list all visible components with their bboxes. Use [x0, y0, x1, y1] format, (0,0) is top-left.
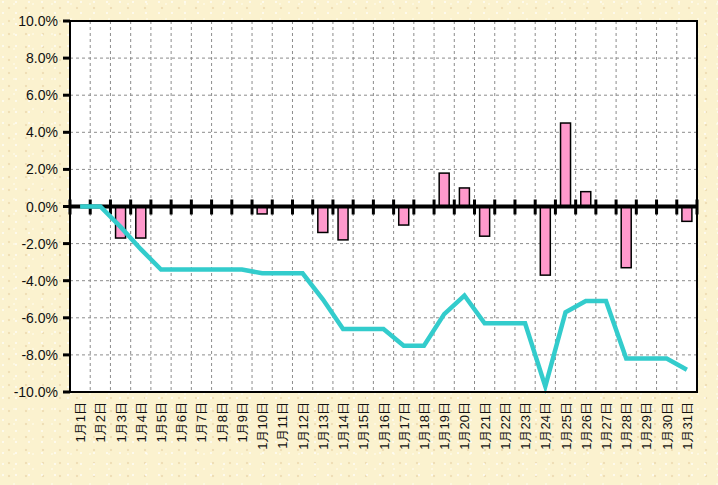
- x-axis-label: 1月16日: [377, 402, 392, 450]
- x-axis-label: 1月17日: [397, 402, 412, 450]
- x-axis-label: 1月21日: [478, 402, 493, 450]
- x-axis-label: 1月29日: [639, 402, 654, 450]
- bar: [136, 207, 146, 239]
- y-axis-label: -8.0%: [0, 347, 58, 363]
- x-axis-label: 1月3日: [114, 402, 129, 442]
- x-axis-label: 1月18日: [417, 402, 432, 450]
- bar: [480, 207, 490, 237]
- y-axis-label: 8.0%: [0, 50, 58, 66]
- bar: [338, 207, 348, 240]
- bar: [439, 173, 449, 206]
- x-axis-label: 1月1日: [73, 402, 88, 442]
- x-axis-label: 1月11日: [275, 402, 290, 449]
- bar: [621, 207, 631, 268]
- bar: [561, 123, 571, 206]
- y-axis-label: -2.0%: [0, 236, 58, 252]
- bar: [540, 207, 550, 276]
- y-axis-label: 6.0%: [0, 87, 58, 103]
- bar: [682, 207, 692, 222]
- x-axis-label: 1月9日: [235, 402, 250, 442]
- bar: [318, 207, 328, 233]
- x-axis-label: 1月25日: [559, 402, 574, 450]
- x-axis-label: 1月19日: [437, 402, 452, 450]
- x-axis-label: 1月26日: [579, 402, 594, 450]
- x-axis-label: 1月8日: [215, 402, 230, 442]
- x-axis-label: 1月6日: [174, 402, 189, 442]
- y-axis-label: -4.0%: [0, 273, 58, 289]
- y-axis-label: -6.0%: [0, 310, 58, 326]
- x-axis-label: 1月2日: [93, 402, 108, 442]
- x-axis-label: 1月22日: [498, 402, 513, 450]
- x-axis-label: 1月20日: [457, 402, 472, 450]
- y-axis-label: 4.0%: [0, 124, 58, 140]
- x-axis-label: 1月13日: [316, 402, 331, 450]
- x-axis-label: 1月23日: [518, 402, 533, 450]
- bar: [459, 188, 469, 207]
- y-axis-label: 0.0%: [0, 199, 58, 215]
- x-axis-label: 1月14日: [336, 402, 351, 450]
- x-axis-label: 1月30日: [660, 402, 675, 450]
- x-axis-label: 1月12日: [296, 402, 311, 450]
- y-axis-label: 2.0%: [0, 161, 58, 177]
- x-axis-label: 1月24日: [538, 402, 553, 450]
- x-axis-label: 1月4日: [134, 402, 149, 442]
- x-axis-label: 1月7日: [194, 402, 209, 442]
- x-axis-label: 1月27日: [599, 402, 614, 450]
- y-axis-label: 10.0%: [0, 13, 58, 29]
- y-axis-label: -10.0%: [0, 384, 58, 400]
- x-axis-label: 1月10日: [255, 402, 270, 450]
- x-axis-label: 1月28日: [619, 402, 634, 450]
- x-axis-label: 1月15日: [356, 402, 371, 450]
- bar: [581, 192, 591, 207]
- chart: 10.0%8.0%6.0%4.0%2.0%0.0%-2.0%-4.0%-6.0%…: [0, 0, 718, 485]
- x-axis-label: 1月31日: [680, 402, 695, 450]
- bar: [399, 207, 409, 226]
- x-axis-label: 1月5日: [154, 402, 169, 442]
